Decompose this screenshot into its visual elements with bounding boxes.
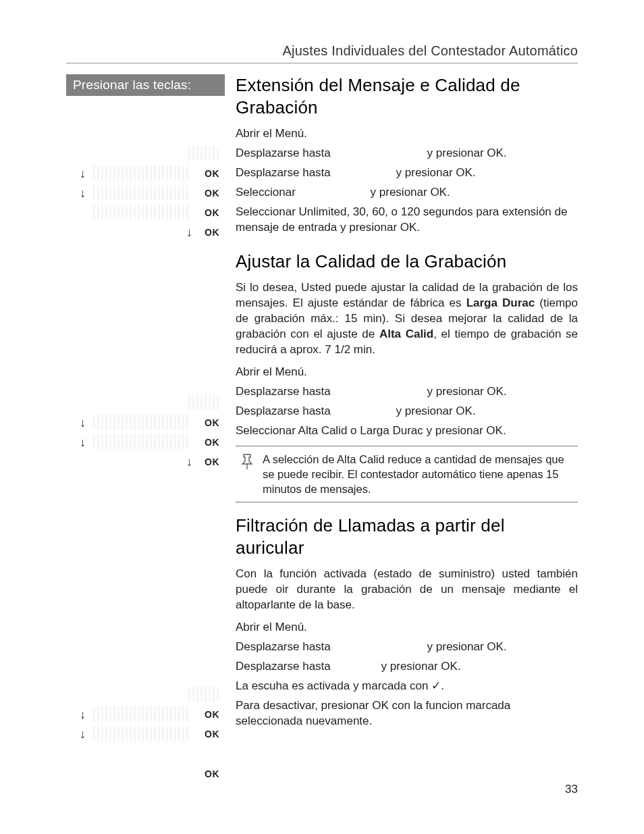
step-fragment: y presionar OK. xyxy=(427,385,507,398)
key-row-down-ok: ↓ OK xyxy=(66,185,225,205)
key-row-ok-only: OK xyxy=(66,766,225,785)
softkey-icon xyxy=(188,687,221,702)
arrow-down-icon: ↓ xyxy=(186,455,192,469)
section-heading-recording-quality: Ajustar la Calidad de la Grabación xyxy=(236,251,578,273)
section-heading-call-screening: Filtración de Llamadas a partir del auri… xyxy=(236,515,578,558)
spacer xyxy=(66,96,225,146)
key-row-ok: OK xyxy=(66,205,225,224)
paragraph-text: Con la función activada (estado de sumin… xyxy=(236,567,578,613)
key-row-down-ok: ↓ OK xyxy=(66,165,225,185)
softkey-icon xyxy=(93,726,190,741)
step-text: Desplazarse hasta y presionar OK. xyxy=(236,146,578,161)
step-text: Desplazarse hasta y presionar OK. xyxy=(236,404,578,419)
manual-page: Ajustes Individuales del Contestador Aut… xyxy=(0,0,644,812)
keys-column-header: Presionar las teclas: xyxy=(66,74,225,96)
step-text: Seleccionar Unlimited, 30, 60, o 120 seg… xyxy=(236,205,578,236)
page-number: 33 xyxy=(565,783,578,796)
step-text: La escuha es activada y marcada con ✓. xyxy=(236,679,578,694)
arrow-down-icon: ↓ xyxy=(80,416,86,430)
ok-label: OK xyxy=(205,457,219,467)
section-heading-message-length: Extensión del Mensaje e Calidad de Graba… xyxy=(236,74,578,118)
step-text: Desplazarse hasta y presionar OK. xyxy=(236,640,578,655)
ok-label: OK xyxy=(205,768,219,779)
key-row-down-ok: ↓ OK xyxy=(66,726,225,746)
softkey-icon xyxy=(93,415,190,429)
step-fragment: y presionar OK. xyxy=(427,640,507,653)
softkey-icon xyxy=(93,434,190,449)
key-row-menu xyxy=(66,687,225,706)
ok-label: OK xyxy=(205,729,219,739)
text-bold: Larga Durac xyxy=(466,296,535,309)
check-icon: ✓ xyxy=(431,679,441,692)
softkey-icon xyxy=(188,395,221,410)
step-text: Desplazarse hasta y presionar OK. xyxy=(236,384,578,400)
arrow-down-icon: ↓ xyxy=(80,436,86,450)
keys-column: Presionar las teclas: ↓ OK ↓ OK OK ↓ xyxy=(66,74,225,785)
note-text: A selección de Alta Calid reduce a canti… xyxy=(263,452,574,497)
ok-label: OK xyxy=(205,188,219,199)
step-text: Abrir el Menú. xyxy=(236,620,578,635)
step-fragment: Desplazarse hasta xyxy=(236,385,331,398)
step-fragment: Desplazarse hasta xyxy=(236,640,331,653)
step-fragment: y presionar OK. xyxy=(427,147,507,159)
content-column: Extensión del Mensaje e Calidad de Graba… xyxy=(225,74,578,733)
key-row-down-right-ok: ↓ OK xyxy=(66,224,225,244)
paragraph-text: Si lo desea, Usted puede ajustar la cali… xyxy=(236,280,578,358)
arrow-down-icon: ↓ xyxy=(80,727,86,741)
running-head: Ajustes Individuales del Contestador Aut… xyxy=(66,43,578,63)
softkey-icon xyxy=(93,706,190,721)
softkey-icon xyxy=(188,146,221,161)
arrow-down-icon: ↓ xyxy=(80,186,86,201)
step-text: Desplazarse hasta y presionar OK. xyxy=(236,659,578,675)
step-fragment: y presionar OK. xyxy=(371,186,450,199)
key-row-down-ok: ↓ OK xyxy=(66,434,225,454)
ok-label: OK xyxy=(205,437,219,448)
arrow-down-icon: ↓ xyxy=(80,167,86,181)
key-row-down-ok: ↓ OK xyxy=(66,706,225,726)
arrow-down-icon: ↓ xyxy=(80,708,86,722)
step-fragment: Desplazarse hasta xyxy=(236,166,331,179)
step-fragment: La escuha es activada y marcada con xyxy=(236,679,431,692)
key-row-menu xyxy=(66,395,225,415)
note-box: A selección de Alta Calid reduce a canti… xyxy=(236,446,578,503)
spacer xyxy=(66,473,225,687)
step-fragment: Desplazarse hasta xyxy=(236,405,331,417)
step-text: Para desactivar, presionar OK con la fun… xyxy=(236,698,578,729)
step-text: Seleccionar y presionar OK. xyxy=(236,185,578,201)
step-fragment: y presionar OK. xyxy=(396,405,476,417)
arrow-down-icon: ↓ xyxy=(186,226,192,240)
softkey-icon xyxy=(93,185,190,200)
text-bold: Alta Calid xyxy=(379,328,433,340)
key-row-down-right-ok: ↓ OK xyxy=(66,454,225,473)
step-fragment: y presionar OK. xyxy=(381,660,461,673)
step-fragment: Desplazarse hasta xyxy=(236,147,331,159)
softkey-icon xyxy=(93,165,190,180)
pin-icon-svg xyxy=(240,453,254,471)
step-text: Desplazarse hasta y presionar OK. xyxy=(236,165,578,181)
ok-label: OK xyxy=(205,417,219,428)
step-fragment: Desplazarse hasta xyxy=(236,660,331,673)
step-text: Seleccionar Alta Calid o Larga Durac y p… xyxy=(236,423,578,439)
ok-label: OK xyxy=(205,709,219,720)
step-fragment: Seleccionar xyxy=(236,186,296,199)
step-text: Abrir el Menú. xyxy=(236,126,578,142)
step-text: Abrir el Menú. xyxy=(236,365,578,380)
key-row-down-ok: ↓ OK xyxy=(66,415,225,434)
step-fragment: . xyxy=(441,679,444,692)
two-column-layout: Presionar las teclas: ↓ OK ↓ OK OK ↓ xyxy=(66,74,578,785)
pin-icon xyxy=(240,452,263,497)
softkey-icon xyxy=(93,205,190,219)
step-fragment: y presionar OK. xyxy=(396,166,476,179)
ok-label: OK xyxy=(205,168,219,179)
spacer xyxy=(66,244,225,395)
ok-label: OK xyxy=(205,207,219,218)
key-row-menu xyxy=(66,146,225,165)
ok-label: OK xyxy=(205,227,219,238)
spacer xyxy=(66,746,225,766)
